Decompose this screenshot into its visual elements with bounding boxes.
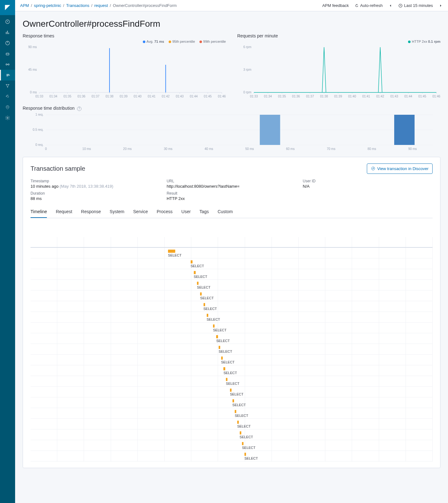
svg-text:10 ms: 10 ms [82, 147, 91, 151]
nav-visualize[interactable] [0, 27, 15, 38]
user-label: User ID [303, 179, 433, 183]
svg-text:45 ms: 45 ms [28, 68, 37, 71]
rpm-chart[interactable]: 0 rpm3 rpm6 rpm01:3301:3401:3501:3601:37… [237, 45, 440, 101]
svg-text:01:35: 01:35 [278, 95, 286, 98]
waterfall-span[interactable]: SELECT [31, 387, 433, 397]
tab-custom[interactable]: Custom [218, 206, 233, 218]
svg-text:01:38: 01:38 [320, 95, 328, 98]
svg-point-4 [8, 54, 8, 54]
svg-text:01:34: 01:34 [264, 95, 272, 98]
svg-rect-2 [6, 53, 9, 55]
svg-text:01:40: 01:40 [348, 95, 356, 98]
svg-text:01:34: 01:34 [49, 95, 57, 98]
tab-request[interactable]: Request [56, 206, 72, 218]
rpm-title: Requests per minute [237, 33, 440, 38]
crumb-type[interactable]: request [94, 3, 108, 8]
result-value: HTTP 2xx [167, 196, 297, 201]
waterfall-span[interactable]: SELECT [31, 451, 433, 462]
nav-monitoring[interactable] [0, 102, 15, 113]
apm-feedback-link[interactable]: APM feedback [322, 3, 349, 8]
svg-text:6 rpm: 6 rpm [243, 45, 251, 49]
svg-text:01:38: 01:38 [106, 95, 114, 98]
time-range-picker[interactable]: Last 15 minutes [398, 3, 433, 8]
nav-apm[interactable] [0, 70, 15, 80]
svg-text:01:45: 01:45 [204, 95, 212, 98]
nav-timelion[interactable] [0, 48, 15, 59]
svg-text:01:41: 01:41 [362, 95, 370, 98]
waterfall-span[interactable]: SELECT [31, 376, 433, 387]
svg-text:0 ms: 0 ms [30, 91, 37, 94]
waterfall-span[interactable]: SELECT [31, 312, 433, 323]
waterfall-span[interactable]: SELECT [31, 365, 433, 376]
waterfall-span[interactable]: SELECT [31, 280, 433, 290]
nav-graph[interactable] [0, 80, 15, 91]
waterfall-span[interactable]: SELECT [31, 419, 433, 429]
svg-text:01:35: 01:35 [64, 95, 71, 98]
svg-text:01:37: 01:37 [92, 95, 99, 98]
time-next-button[interactable] [439, 3, 443, 8]
view-in-discover-button[interactable]: View transaction in Discover [367, 163, 433, 174]
svg-point-6 [8, 64, 9, 65]
waterfall-span[interactable]: SELECT [31, 301, 433, 312]
waterfall-span[interactable]: SELECT [31, 344, 433, 355]
svg-text:60 ms: 60 ms [286, 147, 294, 151]
svg-text:50 ms: 50 ms [245, 147, 254, 151]
clock-icon [398, 3, 403, 8]
page-title: OwnerController#processFindForm [23, 19, 440, 29]
url-value: http://localhost:8080/owners?lastName= [167, 184, 297, 189]
side-nav [0, 0, 15, 503]
crumb-apm[interactable]: APM [20, 3, 29, 8]
waterfall-span[interactable]: SELECT [31, 333, 433, 344]
svg-text:90 ms: 90 ms [28, 45, 37, 49]
tab-system[interactable]: System [110, 206, 125, 218]
tab-process[interactable]: Process [157, 206, 173, 218]
auto-refresh-toggle[interactable]: Auto-refresh [355, 3, 383, 8]
svg-point-10 [7, 117, 8, 119]
waterfall-span[interactable]: SELECT [31, 323, 433, 333]
timeline-waterfall[interactable]: SELECTSELECTSELECTSELECTSELECTSELECTSELE… [31, 237, 433, 462]
svg-point-97 [372, 167, 375, 170]
nav-discover[interactable] [0, 16, 15, 27]
crumb-transactions[interactable]: Transactions [66, 3, 89, 8]
svg-text:0 req.: 0 req. [35, 143, 43, 146]
nav-management[interactable] [0, 113, 15, 123]
waterfall-span[interactable]: SELECT [31, 269, 433, 280]
svg-text:3 rpm: 3 rpm [243, 68, 251, 71]
response-times-chart[interactable]: 0 ms45 ms90 ms01:3301:3401:3501:3601:370… [23, 45, 226, 101]
timestamp-label: Timestamp [31, 179, 160, 183]
waterfall-span[interactable]: SELECT [31, 440, 433, 451]
kibana-logo[interactable] [0, 0, 15, 15]
svg-point-5 [6, 64, 7, 65]
compass-icon [371, 166, 375, 171]
response-times-legend: Avg. 71 ms 95th percentile 99th percenti… [23, 40, 226, 43]
chevron-left-icon [388, 3, 393, 8]
topbar: APM/ spring-petclinic/ Transactions/ req… [15, 0, 448, 11]
tab-user[interactable]: User [182, 206, 191, 218]
waterfall-span[interactable]: SELECT [31, 408, 433, 419]
svg-text:0: 0 [45, 147, 47, 151]
nav-ml[interactable] [0, 59, 15, 70]
distribution-chart[interactable]: 0 req.0.5 req.1 req.010 ms20 ms30 ms40 m… [23, 112, 440, 153]
waterfall-span[interactable]: SELECT [31, 290, 433, 301]
svg-text:01:36: 01:36 [77, 95, 85, 98]
crumb-service[interactable]: spring-petclinic [34, 3, 61, 8]
waterfall-span[interactable]: SELECT [31, 397, 433, 408]
breadcrumbs: APM/ spring-petclinic/ Transactions/ req… [20, 3, 177, 8]
tab-service[interactable]: Service [133, 206, 148, 218]
nav-dashboard[interactable] [0, 38, 15, 48]
svg-text:01:33: 01:33 [250, 95, 258, 98]
waterfall-span[interactable]: SELECT [31, 248, 433, 258]
time-prev-button[interactable] [388, 3, 393, 8]
help-icon[interactable]: ? [77, 107, 81, 111]
tab-timeline[interactable]: Timeline [31, 206, 47, 218]
waterfall-span[interactable]: SELECT [31, 258, 433, 269]
nav-devtools[interactable] [0, 91, 15, 102]
waterfall-span[interactable]: SELECT [31, 429, 433, 440]
svg-text:0 rpm: 0 rpm [243, 91, 251, 94]
svg-text:80 ms: 80 ms [367, 147, 376, 151]
tab-tags[interactable]: Tags [199, 206, 209, 218]
svg-text:01:42: 01:42 [162, 95, 170, 98]
waterfall-span[interactable]: SELECT [31, 355, 433, 365]
tab-response[interactable]: Response [81, 206, 101, 218]
svg-text:01:33: 01:33 [35, 95, 43, 98]
